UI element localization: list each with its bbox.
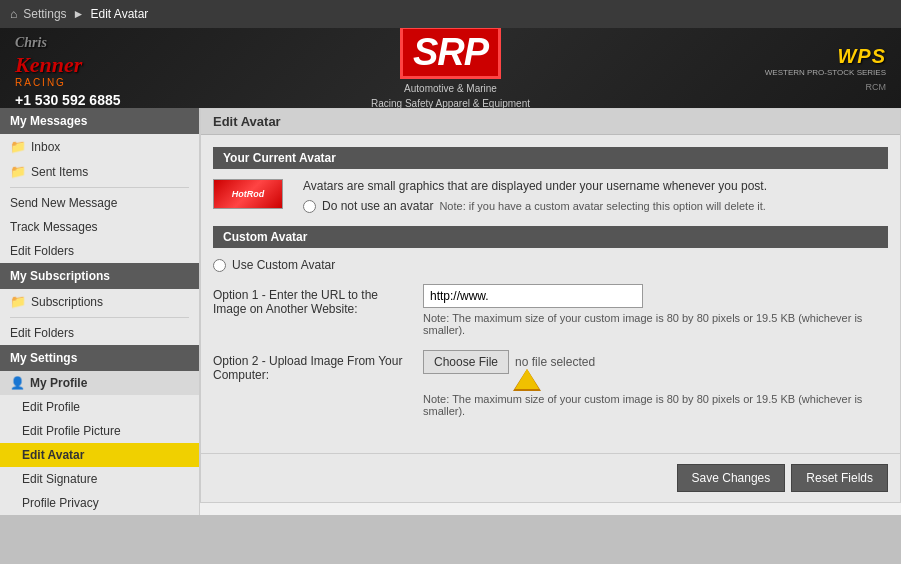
reset-fields-button[interactable]: Reset Fields	[791, 464, 888, 492]
banner-srp-logo: SRP	[400, 28, 501, 79]
banner: Chris Kenner Racing +1 530 592 6885 SRP …	[0, 28, 901, 108]
sidebar-item-track-messages[interactable]: Track Messages	[0, 215, 199, 239]
top-bar: ⌂ Settings ► Edit Avatar	[0, 0, 901, 28]
choose-file-button[interactable]: Choose File	[423, 350, 509, 374]
main-layout: My Messages 📁 Inbox 📁 Sent Items Send Ne…	[0, 108, 901, 515]
option1-label: Option 1 - Enter the URL to the Image on…	[213, 284, 413, 316]
content-body: Your Current Avatar HotRod Avatars are s…	[201, 135, 900, 453]
do-not-use-label: Do not use an avatar	[322, 199, 433, 213]
banner-wps-logo: WPS	[837, 45, 886, 68]
banner-rcm: RCM	[865, 82, 886, 92]
banner-left: Chris Kenner Racing +1 530 592 6885	[0, 28, 267, 108]
my-settings-header: My Settings	[0, 345, 199, 371]
profile-icon: 👤	[10, 376, 25, 390]
sidebar-item-edit-profile[interactable]: Edit Profile	[0, 395, 199, 419]
no-file-label: no file selected	[515, 355, 595, 369]
sidebar-item-my-profile[interactable]: 👤 My Profile	[0, 371, 199, 395]
url-input[interactable]	[423, 284, 643, 308]
current-avatar-area: HotRod Avatars are small graphics that a…	[213, 179, 888, 216]
use-custom-label: Use Custom Avatar	[232, 258, 335, 272]
banner-phone: +1 530 592 6885	[15, 92, 252, 108]
sidebar-item-subscriptions[interactable]: 📁 Subscriptions	[0, 289, 199, 314]
banner-wps-sub: WESTERN PRO-STOCK SERIES	[765, 68, 886, 77]
current-avatar-section-title: Your Current Avatar	[213, 147, 888, 169]
banner-kenner-name: Chris Kenner	[15, 28, 252, 76]
arrow-highlight	[515, 369, 539, 389]
do-not-use-note: Note: if you have a custom avatar select…	[439, 200, 766, 212]
option1-row: Option 1 - Enter the URL to the Image on…	[213, 284, 888, 336]
home-icon[interactable]: ⌂	[10, 7, 17, 21]
breadcrumb-separator: ►	[73, 7, 85, 21]
option2-row: Option 2 - Upload Image From Your Comput…	[213, 350, 888, 417]
banner-srp-tagline: Automotive & Marine Racing Safety Appare…	[272, 81, 628, 109]
my-messages-header: My Messages	[0, 108, 199, 134]
sidebar-item-sent-items[interactable]: 📁 Sent Items	[0, 159, 199, 184]
sidebar-item-edit-profile-picture[interactable]: Edit Profile Picture	[0, 419, 199, 443]
do-not-use-radio[interactable]	[303, 200, 316, 213]
banner-racing-label: Racing	[15, 77, 252, 88]
custom-avatar-area: Use Custom Avatar Option 1 - Enter the U…	[213, 258, 888, 441]
inbox-folder-icon: 📁	[10, 139, 26, 154]
sent-folder-icon: 📁	[10, 164, 26, 179]
avatar-description: Avatars are small graphics that are disp…	[303, 179, 888, 193]
option1-content: Note: The maximum size of your custom im…	[423, 284, 888, 336]
sidebar-item-inbox[interactable]: 📁 Inbox	[0, 134, 199, 159]
my-subscriptions-header: My Subscriptions	[0, 263, 199, 289]
sidebar-item-edit-folders[interactable]: Edit Folders	[0, 239, 199, 263]
option2-content: Choose File no file selected Note: The	[423, 350, 888, 417]
avatar-left: HotRod	[213, 179, 283, 209]
sidebar-item-edit-avatar[interactable]: Edit Avatar	[0, 443, 199, 467]
sidebar-item-send-new-message[interactable]: Send New Message	[0, 191, 199, 215]
subscriptions-folder-icon: 📁	[10, 294, 26, 309]
custom-avatar-section-title: Custom Avatar	[213, 226, 888, 248]
sidebar-item-profile-privacy[interactable]: Profile Privacy	[0, 491, 199, 515]
option1-note: Note: The maximum size of your custom im…	[423, 312, 888, 336]
banner-center: SRP Automotive & Marine Racing Safety Ap…	[267, 28, 633, 108]
sidebar-divider-1	[10, 187, 189, 188]
banner-right: WPS WESTERN PRO-STOCK SERIES RCM	[634, 35, 901, 102]
option2-note: Note: The maximum size of your custom im…	[423, 393, 888, 417]
use-custom-radio[interactable]	[213, 259, 226, 272]
main-content: Edit Avatar Your Current Avatar HotRod A…	[200, 108, 901, 515]
sidebar-item-edit-folders-2[interactable]: Edit Folders	[0, 321, 199, 345]
do-not-use-row: Do not use an avatar Note: if you have a…	[303, 199, 888, 213]
option2-label: Option 2 - Upload Image From Your Comput…	[213, 350, 413, 382]
footer-buttons: Save Changes Reset Fields	[201, 453, 900, 502]
sidebar: My Messages 📁 Inbox 📁 Sent Items Send Ne…	[0, 108, 200, 515]
arrow-up-shape	[513, 369, 541, 389]
save-changes-button[interactable]: Save Changes	[677, 464, 786, 492]
use-custom-row: Use Custom Avatar	[213, 258, 888, 272]
content-header: Edit Avatar	[201, 109, 900, 135]
avatar-right: Avatars are small graphics that are disp…	[303, 179, 888, 216]
sidebar-item-edit-signature[interactable]: Edit Signature	[0, 467, 199, 491]
settings-link[interactable]: Settings	[23, 7, 66, 21]
sidebar-divider-2	[10, 317, 189, 318]
current-page-label: Edit Avatar	[91, 7, 149, 21]
avatar-image: HotRod	[213, 179, 283, 209]
